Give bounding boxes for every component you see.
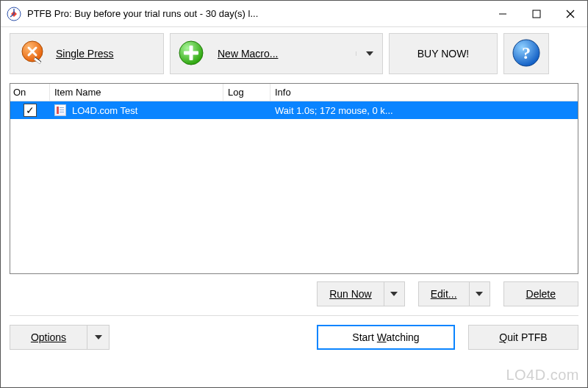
run-now-dropdown[interactable]	[384, 282, 404, 306]
maximize-button[interactable]	[520, 1, 553, 27]
window-title: PTFB Pro: Buy before your trial runs out…	[27, 8, 258, 19]
single-press-button[interactable]: Single Press	[10, 33, 164, 74]
list-body[interactable]: ✓ LO4D.com Test Wait 1.0s; 172 mouse, 0 …	[10, 101, 578, 273]
new-macro-label: New Macro...	[218, 48, 278, 60]
column-header-on[interactable]: On	[10, 84, 50, 101]
edit-label: Edit...	[419, 288, 469, 300]
chevron-down-icon	[476, 292, 483, 296]
main-toolbar: Single Press New Macro...	[1, 27, 587, 82]
bottom-bar: Options Start Watching Quit PTFB	[1, 316, 587, 359]
svg-rect-2	[533, 10, 540, 18]
row-enable-cell[interactable]: ✓	[10, 104, 50, 117]
chevron-down-icon	[390, 292, 398, 296]
row-enable-checkbox[interactable]: ✓	[24, 104, 37, 117]
new-macro-button[interactable]: New Macro...	[171, 34, 356, 73]
quit-label: Quit PTFB	[499, 331, 547, 343]
add-icon	[178, 40, 204, 68]
new-macro-dropdown[interactable]	[356, 51, 382, 56]
buy-now-button[interactable]: BUY NOW!	[389, 33, 498, 74]
watermark: LO4D.com	[506, 367, 579, 384]
titlebar: PTFB Pro: Buy before your trial runs out…	[1, 1, 587, 27]
row-action-bar: Run Now Edit... Delete	[1, 274, 587, 311]
column-header-name[interactable]: Item Name	[50, 84, 223, 101]
start-watching-label: Start Watching	[352, 331, 419, 343]
table-row[interactable]: ✓ LO4D.com Test Wait 1.0s; 172 mouse, 0 …	[10, 101, 578, 119]
options-label: Options	[10, 331, 87, 343]
row-name: LO4D.com Test	[72, 105, 137, 116]
svg-text:?: ?	[522, 43, 531, 62]
svg-rect-10	[184, 51, 198, 54]
single-press-label: Single Press	[56, 48, 114, 60]
app-icon	[7, 7, 21, 21]
help-icon: ?	[512, 38, 541, 70]
chevron-down-icon	[366, 51, 373, 56]
new-macro-button-group: New Macro...	[170, 33, 383, 74]
close-circle-icon	[21, 40, 47, 68]
close-button[interactable]	[553, 1, 587, 27]
buy-now-label: BUY NOW!	[417, 48, 470, 60]
delete-button[interactable]: Delete	[503, 281, 578, 306]
macro-file-icon	[54, 104, 66, 116]
edit-button[interactable]: Edit...	[418, 281, 490, 306]
minimize-button[interactable]	[486, 1, 520, 27]
options-button[interactable]: Options	[10, 325, 110, 350]
chevron-down-icon	[95, 335, 102, 340]
row-name-cell[interactable]: LO4D.com Test	[50, 104, 223, 116]
start-watching-button[interactable]: Start Watching	[317, 325, 455, 350]
edit-dropdown[interactable]	[469, 282, 490, 306]
delete-label: Delete	[504, 288, 578, 300]
run-now-button[interactable]: Run Now	[317, 281, 405, 306]
help-button[interactable]: ?	[503, 33, 549, 74]
quit-button[interactable]: Quit PTFB	[468, 325, 578, 350]
options-dropdown[interactable]	[87, 326, 109, 349]
list-header: On Item Name Log Info	[10, 84, 578, 101]
run-now-label: Run Now	[318, 288, 384, 300]
row-info-cell[interactable]: Wait 1.0s; 172 mouse, 0 k...	[270, 105, 578, 116]
macro-list: On Item Name Log Info ✓ LO4D.com Test Wa…	[10, 83, 578, 274]
column-header-info[interactable]: Info	[270, 84, 578, 101]
column-header-log[interactable]: Log	[223, 84, 270, 101]
